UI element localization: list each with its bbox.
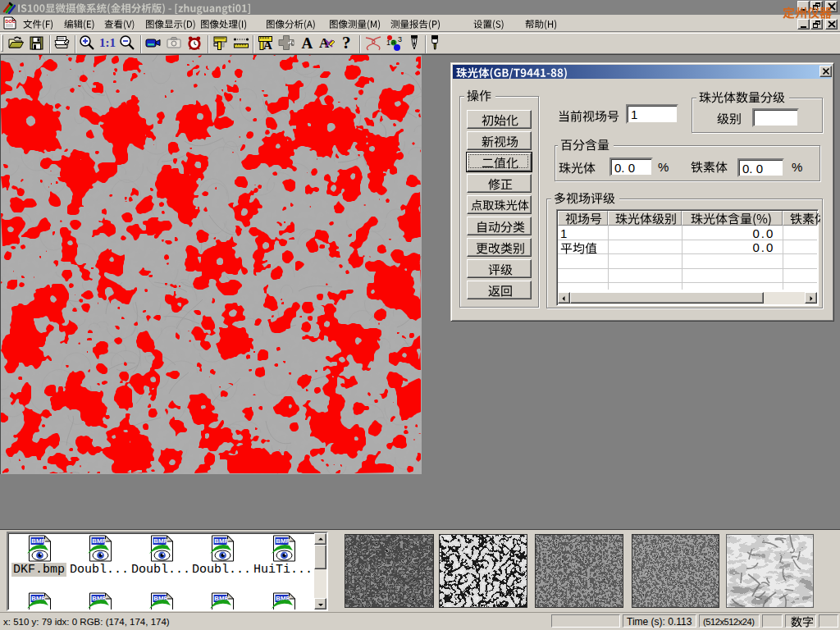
svg-text:BMP: BMP [92,537,106,545]
svg-text:BMP: BMP [214,537,228,545]
svg-text:BMP: BMP [276,537,290,545]
svg-text:1: 1 [386,39,390,47]
svg-text:DOC: DOC [6,19,16,24]
svg-text:BMP: BMP [153,537,167,545]
svg-text:3: 3 [398,35,402,43]
svg-text:a: a [391,38,395,46]
svg-text:?: ? [342,34,351,52]
svg-text:A: A [302,34,313,52]
svg-text:A: A [263,39,272,52]
svg-text:BMP: BMP [31,537,45,545]
svg-text:1:1: 1:1 [99,36,116,49]
